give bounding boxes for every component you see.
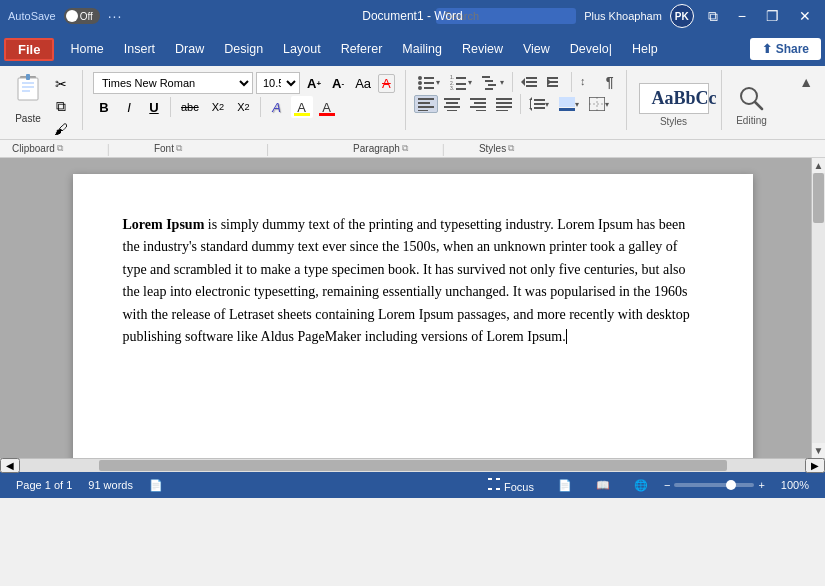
svg-text:↕: ↕ bbox=[580, 75, 586, 87]
cut-button[interactable]: ✂ bbox=[50, 74, 72, 94]
strikethrough-button[interactable]: abc bbox=[176, 96, 204, 118]
zoom-control[interactable]: − + bbox=[664, 479, 765, 491]
svg-rect-11 bbox=[424, 87, 434, 89]
font-size-select[interactable]: 10.5 bbox=[256, 72, 300, 94]
vertical-scrollbar[interactable]: ▲ ▼ bbox=[811, 158, 825, 458]
menu-review[interactable]: Review bbox=[452, 38, 513, 60]
superscript-button[interactable]: X2 bbox=[232, 96, 254, 118]
autosave-toggle[interactable]: Off bbox=[64, 8, 100, 24]
ribbon-collapse-button[interactable]: ▲ bbox=[795, 74, 817, 90]
menu-home[interactable]: Home bbox=[60, 38, 113, 60]
borders-button[interactable]: ▾ bbox=[585, 95, 613, 113]
clipboard-expand[interactable]: ⧉ bbox=[57, 143, 63, 154]
underline-button[interactable]: U bbox=[143, 96, 165, 118]
svg-rect-60 bbox=[488, 478, 492, 480]
shading-button[interactable]: ▾ bbox=[555, 95, 583, 113]
page-info[interactable]: Page 1 of 1 bbox=[8, 479, 80, 491]
zoom-slider[interactable] bbox=[674, 483, 754, 487]
align-center-button[interactable] bbox=[440, 95, 464, 113]
svg-rect-15 bbox=[456, 83, 466, 85]
line-spacing-button[interactable]: ▾ bbox=[525, 95, 553, 113]
scroll-thumb[interactable] bbox=[813, 173, 824, 223]
document-area[interactable]: Lorem Ipsum is simply dummy text of the … bbox=[0, 158, 825, 458]
menu-layout[interactable]: Layout bbox=[273, 38, 331, 60]
horizontal-scrollbar[interactable]: ◀ ▶ bbox=[0, 458, 825, 472]
bold-button[interactable]: B bbox=[93, 96, 115, 118]
editing-search-button[interactable] bbox=[734, 83, 770, 115]
align-left-button[interactable] bbox=[414, 95, 438, 113]
menu-design[interactable]: Design bbox=[214, 38, 273, 60]
menu-insert[interactable]: Insert bbox=[114, 38, 165, 60]
sort-button[interactable]: ↕ bbox=[576, 73, 600, 91]
justify-button[interactable] bbox=[492, 95, 516, 113]
font-color-button[interactable]: A bbox=[316, 96, 338, 118]
proof-icon[interactable]: 📄 bbox=[141, 479, 171, 492]
text-effects-button[interactable]: A bbox=[266, 96, 288, 118]
svg-rect-1 bbox=[18, 78, 38, 100]
borders-arrow: ▾ bbox=[605, 100, 609, 109]
multilevel-icon bbox=[482, 74, 500, 90]
view-reading-button[interactable]: 📖 bbox=[588, 479, 618, 492]
decrease-font-button[interactable]: A- bbox=[328, 74, 348, 93]
subscript-button[interactable]: X2 bbox=[207, 96, 229, 118]
format-painter-button[interactable]: 🖌 bbox=[50, 119, 72, 139]
font-expand[interactable]: ⧉ bbox=[176, 143, 182, 154]
decrease-indent-button[interactable] bbox=[517, 73, 541, 91]
font-family-select[interactable]: Times New Roman bbox=[93, 72, 253, 94]
scroll-left-button[interactable]: ◀ bbox=[0, 458, 20, 473]
multilevel-list-button[interactable]: ▾ bbox=[478, 72, 508, 92]
scroll-track[interactable] bbox=[812, 173, 825, 443]
menu-mailing[interactable]: Mailing bbox=[392, 38, 452, 60]
increase-font-button[interactable]: A+ bbox=[303, 74, 325, 93]
show-hide-button[interactable]: ¶ bbox=[602, 72, 618, 92]
title-bar-right: Plus Khoapham PK ⧉ − ❐ ✕ bbox=[436, 4, 817, 28]
menu-referer[interactable]: Referer bbox=[331, 38, 393, 60]
italic-button[interactable]: I bbox=[118, 96, 140, 118]
menu-help[interactable]: Help bbox=[622, 38, 668, 60]
styles-preview[interactable]: AaBbCc bbox=[639, 83, 709, 114]
svg-rect-17 bbox=[456, 88, 466, 90]
zoom-percent[interactable]: 100% bbox=[773, 479, 817, 491]
horizontal-scroll-track[interactable] bbox=[20, 459, 805, 472]
scroll-down-button[interactable]: ▼ bbox=[812, 443, 825, 458]
close-button[interactable]: ✕ bbox=[793, 8, 817, 24]
document-page[interactable]: Lorem Ipsum is simply dummy text of the … bbox=[73, 174, 753, 458]
copy-button[interactable]: ⧉ bbox=[50, 96, 72, 117]
paste-button[interactable]: Paste bbox=[10, 72, 46, 126]
share-button[interactable]: ⬆ Share bbox=[750, 38, 821, 60]
minimize-button[interactable]: − bbox=[732, 8, 752, 24]
text-highlight-button[interactable]: A bbox=[291, 96, 313, 118]
status-bar: Page 1 of 1 91 words 📄 Focus 📄 📖 🌐 − + 1… bbox=[0, 472, 825, 498]
view-print-button[interactable]: 📄 bbox=[550, 479, 580, 492]
increase-indent-button[interactable] bbox=[543, 73, 567, 91]
change-case-button[interactable]: Aa bbox=[351, 74, 375, 93]
para-expand[interactable]: ⧉ bbox=[402, 143, 408, 154]
font-group-label: Font ⧉ bbox=[150, 143, 186, 154]
styles-expand[interactable]: ⧉ bbox=[508, 143, 514, 154]
zoom-in-icon[interactable]: + bbox=[758, 479, 764, 491]
svg-rect-54 bbox=[559, 108, 575, 111]
maximize-button[interactable]: ❐ bbox=[760, 8, 785, 24]
menu-draw[interactable]: Draw bbox=[165, 38, 214, 60]
decrease-indent-icon bbox=[521, 75, 537, 89]
zoom-out-icon[interactable]: − bbox=[664, 479, 670, 491]
file-menu[interactable]: File bbox=[4, 38, 54, 61]
restore-icon[interactable]: ⧉ bbox=[702, 8, 724, 25]
avatar[interactable]: PK bbox=[670, 4, 694, 28]
view-web-button[interactable]: 🌐 bbox=[626, 479, 656, 492]
bullets-button[interactable]: ▾ bbox=[414, 72, 444, 92]
horizontal-scroll-thumb[interactable] bbox=[99, 460, 727, 471]
word-count[interactable]: 91 words bbox=[80, 479, 141, 491]
clear-format-button[interactable]: A bbox=[378, 74, 395, 93]
svg-rect-53 bbox=[559, 97, 575, 107]
scroll-right-button[interactable]: ▶ bbox=[805, 458, 825, 473]
align-right-button[interactable] bbox=[466, 95, 490, 113]
numbered-list-button[interactable]: 1. 2. 3. ▾ bbox=[446, 72, 476, 92]
menu-developer[interactable]: Develo| bbox=[560, 38, 622, 60]
svg-rect-40 bbox=[474, 102, 486, 104]
scroll-up-button[interactable]: ▲ bbox=[812, 158, 825, 173]
focus-button[interactable]: Focus bbox=[479, 477, 542, 493]
document-content[interactable]: Lorem Ipsum is simply dummy text of the … bbox=[123, 214, 703, 348]
menu-view[interactable]: View bbox=[513, 38, 560, 60]
title-bar-ellipsis[interactable]: ··· bbox=[108, 8, 123, 24]
